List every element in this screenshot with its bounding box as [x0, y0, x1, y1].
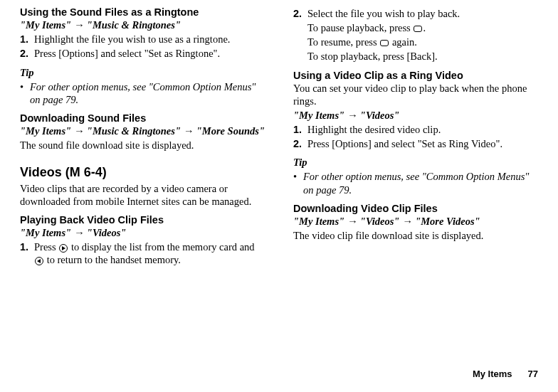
step-text: Highlight the file you wish to use as a …: [34, 33, 265, 46]
heading-playback: Playing Back Video Clip Files: [20, 213, 265, 226]
playback-step-2: 2. Select the file you wish to play back…: [293, 7, 538, 20]
pause-line: To pause playback, press .: [307, 21, 538, 34]
videos-intro: Video clips that are recorded by a video…: [20, 182, 265, 208]
center-key-icon: [414, 26, 422, 32]
ringtone-step-2: 2. Press [Options] and select "Set as Ri…: [20, 47, 265, 60]
tip-text: For other option menus, see "Common Opti…: [303, 170, 538, 196]
stop-line: To stop playback, press [Back].: [307, 50, 538, 63]
ringtone-step-1: 1. Highlight the file you wish to use as…: [20, 33, 265, 46]
tip-label: Tip: [293, 156, 538, 169]
step-number: 1.: [20, 240, 34, 266]
right-arrow-icon: [59, 244, 68, 253]
step-text: Press [Options] and select "Set as Ring …: [307, 137, 538, 150]
text-part: again.: [389, 36, 417, 48]
ring-video-text: You can set your video clip to play back…: [293, 82, 538, 107]
heading-ringtone: Using the Sound Files as a Ringtone: [20, 6, 265, 18]
heading-download-sounds: Downloading Sound Files: [20, 112, 265, 125]
heading-download-videos: Downloading Video Clip Files: [293, 202, 538, 215]
text-part: To pause playback, press: [307, 22, 413, 33]
heading-ring-video: Using a Video Clip as a Ring Video: [293, 69, 538, 82]
step-text: Highlight the desired video clip.: [307, 123, 538, 136]
page: Using the Sound Files as a Ringtone "My …: [0, 0, 558, 392]
page-footer: My Items77: [473, 369, 538, 379]
text-part: To resume, press: [307, 36, 379, 48]
resume-line: To resume, press again.: [307, 36, 538, 48]
ring-video-step-1: 1. Highlight the desired video clip.: [293, 123, 538, 136]
left-arrow-icon: [35, 257, 43, 265]
bullet-dot: •: [20, 80, 30, 106]
columns: Using the Sound Files as a Ringtone "My …: [20, 6, 538, 268]
path-download-videos: "My Items" → "Videos" → "More Videos": [293, 215, 538, 228]
step-number: 2.: [293, 7, 307, 20]
step-number: 2.: [20, 47, 34, 60]
footer-page-number: 77: [528, 369, 538, 379]
tip-bullet: • For other option menus, see "Common Op…: [293, 170, 538, 196]
step-number: 2.: [293, 137, 307, 150]
text-part: to return to the handset memory.: [44, 254, 181, 265]
left-column: Using the Sound Files as a Ringtone "My …: [20, 6, 265, 268]
bullet-dot: •: [293, 170, 303, 196]
playback-step-1: 1. Press to display the list from the me…: [20, 240, 265, 266]
text-part: Press: [34, 241, 58, 253]
step-number: 1.: [293, 123, 307, 136]
path-download-sounds: "My Items" → "Music & Ringtones" → "More…: [20, 125, 265, 137]
step-text: Press [Options] and select "Set as Ringt…: [34, 47, 265, 60]
path-ring-video: "My Items" → "Videos": [293, 109, 538, 122]
step-text: Press to display the list from the memor…: [34, 240, 265, 266]
tip-label: Tip: [20, 66, 265, 79]
step-text: Select the file you wish to play back.: [307, 7, 538, 20]
path-ringtone: "My Items" → "Music & Ringtones": [20, 18, 265, 31]
footer-section-label: My Items: [473, 369, 512, 379]
text-part: to display the list from the memory card…: [68, 241, 254, 253]
center-key-icon: [380, 40, 389, 46]
ring-video-step-2: 2. Press [Options] and select "Set as Ri…: [293, 137, 538, 150]
text-download-videos: The video clip file download site is dis…: [293, 229, 538, 242]
path-playback: "My Items" → "Videos": [20, 226, 265, 239]
tip-text: For other option menus, see "Common Opti…: [30, 80, 265, 106]
right-column: 2. Select the file you wish to play back…: [293, 6, 538, 268]
step-number: 1.: [20, 33, 34, 46]
heading-videos: Videos (M 6-4): [20, 164, 265, 181]
text-download-sounds: The sound file download site is displaye…: [20, 139, 265, 152]
text-part: .: [423, 22, 426, 33]
tip-bullet: • For other option menus, see "Common Op…: [20, 80, 265, 106]
